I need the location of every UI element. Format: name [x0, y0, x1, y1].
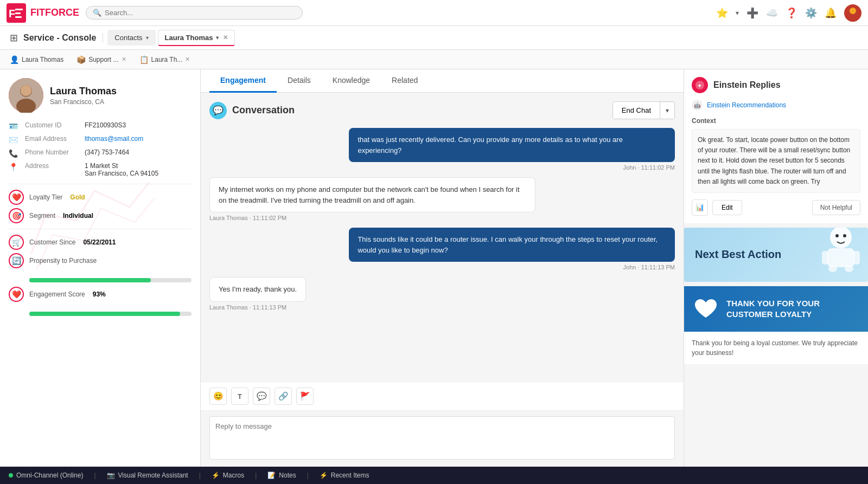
support-close-icon[interactable]: ✕ [122, 56, 126, 63]
star-icon[interactable]: ⭐ [716, 7, 728, 19]
segment-value: Individual [63, 212, 93, 220]
bottom-bar: Omni-Channel (Online) | 📷 Visual Remote … [0, 467, 868, 484]
bell-icon[interactable]: 🔔 [825, 7, 837, 19]
main-content: Engagement Details Knowledge Related 💬 C… [201, 69, 684, 467]
help-icon[interactable]: ❓ [786, 7, 797, 19]
nav-icons: ⭐ ▾ ➕ ☁️ ❓ ⚙️ 🔔 [716, 4, 861, 22]
not-helpful-button[interactable]: Not Helpful [812, 200, 860, 215]
app-name: Service - Console [23, 33, 103, 43]
chat-actions: 😊 T 💬 🔗 🚩 [201, 382, 684, 411]
emoji-button[interactable]: 😊 [209, 388, 227, 405]
loyalty-icon: ❤️ [9, 190, 24, 205]
engagement-bar-fill [29, 312, 180, 316]
main-layout: Laura Thomas San Francisco, CA 🪪 Custome… [0, 69, 868, 467]
chart-button[interactable]: 📊 [692, 199, 708, 216]
separator-1: | [94, 472, 95, 479]
sub-tab-laura2[interactable]: 📋 Laura Th... ✕ [134, 53, 196, 66]
add-icon[interactable]: ➕ [746, 7, 758, 19]
chat-bubble-button[interactable]: 💬 [253, 388, 270, 405]
contact-header: Laura Thomas San Francisco, CA [9, 78, 192, 113]
customer-message-2-meta: Laura Thomas · 11:11:13 PM [209, 304, 286, 311]
online-status-icon [9, 473, 13, 477]
propensity-label: Propensity to Purchase [29, 257, 97, 264]
svg-rect-2 [15, 9, 23, 10]
contact-name: Laura Thomas [50, 86, 117, 97]
contacts-tab[interactable]: Contacts ▾ [107, 30, 155, 46]
cloud-icon[interactable]: ☁️ [766, 7, 778, 19]
search-input[interactable] [105, 9, 296, 17]
loyalty-tier-row: ❤️ Loyalty Tier Gold [9, 190, 192, 205]
propensity-row: 🔄 Propensity to Purchase [9, 253, 192, 282]
tab-close-icon[interactable]: ✕ [223, 34, 228, 41]
recent-items-item[interactable]: ⚡ Recent Items [320, 472, 369, 479]
svg-text:✦: ✦ [697, 82, 702, 89]
divider-2 [9, 229, 192, 229]
tab-details[interactable]: Details [277, 69, 322, 93]
address-value: 1 Market StSan Francisco, CA 94105 [85, 162, 158, 177]
end-chat-button[interactable]: End Chat ▾ [612, 101, 675, 119]
engagement-value: 93% [93, 291, 106, 298]
email-row: ✉️ Email Address lthomas@smail.com [9, 135, 192, 144]
svg-point-6 [847, 15, 858, 22]
customer-id-row: 🪪 Customer ID FF2100930S3 [9, 121, 192, 131]
laura-thomas-tab[interactable]: Laura Thomas ▾ ✕ [158, 30, 235, 46]
logo[interactable]: F FITFORCE [7, 3, 79, 23]
laura2-close-icon[interactable]: ✕ [185, 56, 190, 63]
bolt-icon: ⚡ [212, 472, 220, 479]
agent-message-1-meta: John · 11:11:02 PM [623, 164, 675, 171]
search-bar[interactable]: 🔍 [86, 6, 303, 20]
content-tabs: Engagement Details Knowledge Related [201, 69, 684, 93]
right-panel: ✦ Einstein Replies 🤖 Einstein Recommenda… [684, 69, 868, 467]
flag-button[interactable]: 🚩 [296, 388, 314, 405]
segment-row: 🎯 Segment Individual [9, 208, 192, 223]
avatar[interactable] [844, 4, 861, 22]
notes-item[interactable]: 📝 Notes [267, 472, 296, 479]
end-chat-label[interactable]: End Chat [613, 102, 660, 119]
address-icon: 📍 [9, 163, 20, 171]
tab-engagement[interactable]: Engagement [209, 69, 277, 93]
sub-tab-support-label: Support ... [88, 56, 118, 63]
macros-label: Macros [223, 472, 244, 479]
package-icon: 📦 [76, 55, 86, 64]
contact-info: Laura Thomas San Francisco, CA [50, 86, 117, 106]
id-icon: 🪪 [9, 122, 20, 131]
address-row: 📍 Address 1 Market StSan Francisco, CA 9… [9, 162, 192, 177]
propensity-bar-fill [29, 278, 151, 282]
reply-box [201, 411, 684, 467]
reply-textarea[interactable] [209, 416, 675, 460]
svg-rect-16 [827, 248, 854, 267]
notes-label: Notes [279, 472, 296, 479]
sub-tab-support[interactable]: 📦 Support ... ✕ [71, 53, 131, 66]
tab-related[interactable]: Related [381, 69, 429, 93]
svg-rect-18 [853, 251, 860, 264]
grid-icon[interactable]: ⊞ [4, 32, 23, 44]
edit-button[interactable]: Edit [712, 200, 742, 215]
search-icon: 🔍 [93, 9, 101, 17]
omni-channel-label: Omni-Channel (Online) [16, 472, 83, 479]
phone-label: Phone Number [25, 149, 79, 156]
engagement-icon: ❤️ [9, 287, 24, 302]
text-format-button[interactable]: T [231, 388, 248, 405]
sub-tabs: 👤 Laura Thomas 📦 Support ... ✕ 📋 Laura T… [0, 50, 868, 69]
einstein-recommendations[interactable]: 🤖 Einstein Recommendations [692, 100, 860, 111]
end-chat-dropdown-icon[interactable]: ▾ [660, 102, 674, 119]
svg-point-5 [850, 8, 856, 14]
left-sidebar: Laura Thomas San Francisco, CA 🪪 Custome… [0, 69, 201, 467]
conversation-header: 💬 Conversation End Chat ▾ [209, 101, 675, 119]
chevron-icon[interactable]: ▾ [736, 9, 739, 17]
separator-3: | [255, 472, 257, 479]
link-button[interactable]: 🔗 [275, 388, 292, 405]
email-value[interactable]: lthomas@smail.com [85, 135, 143, 143]
agent-message-2: This sounds like it could be a router is… [349, 228, 675, 262]
einstein-title: Einstein Replies [713, 80, 781, 90]
customer-since-label: Customer Since [29, 238, 75, 246]
sub-tab-laura[interactable]: 👤 Laura Thomas [4, 53, 69, 66]
thank-you-headline: THANK YOU FOR YOUR CUSTOMER LOYALTY [726, 298, 859, 319]
engagement-row: ❤️ Engagement Score 93% [9, 287, 192, 316]
visual-remote-item[interactable]: 📷 Visual Remote Assistant [107, 472, 188, 479]
tab-knowledge[interactable]: Knowledge [322, 69, 381, 93]
omni-channel-item[interactable]: Omni-Channel (Online) [9, 472, 83, 479]
logo-text: FITFORCE [30, 7, 79, 18]
gear-icon[interactable]: ⚙️ [805, 7, 817, 19]
macros-item[interactable]: ⚡ Macros [212, 472, 244, 479]
